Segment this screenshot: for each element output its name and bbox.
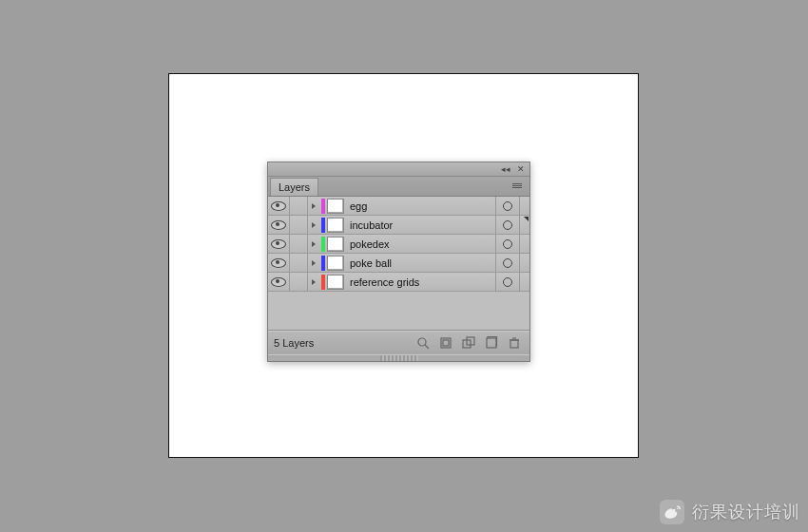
- selection-indicator[interactable]: [519, 235, 529, 253]
- layer-row[interactable]: pokedex: [268, 235, 529, 254]
- layer-row[interactable]: poke ball: [268, 254, 529, 273]
- lock-toggle[interactable]: [290, 216, 308, 234]
- locate-object-icon[interactable]: [415, 335, 431, 351]
- chevron-right-icon: [312, 222, 316, 228]
- expand-toggle[interactable]: [308, 254, 319, 272]
- panel-tab-bar: Layers: [268, 177, 529, 197]
- lock-toggle[interactable]: [290, 254, 308, 272]
- svg-point-0: [418, 338, 426, 346]
- svg-rect-3: [443, 340, 449, 346]
- close-icon[interactable]: ✕: [516, 165, 526, 173]
- layer-color-strip: [321, 256, 325, 271]
- chevron-right-icon: [312, 241, 316, 247]
- eye-icon: [271, 201, 286, 211]
- expand-toggle[interactable]: [308, 235, 319, 253]
- layer-thumbnail: [327, 237, 344, 252]
- svg-line-1: [425, 345, 429, 349]
- layer-row[interactable]: egg: [268, 197, 529, 216]
- layer-color-strip: [321, 275, 325, 290]
- panel-menu-icon[interactable]: [512, 180, 526, 191]
- layer-row[interactable]: incubator: [268, 216, 529, 235]
- watermark: 衍果设计培训: [660, 500, 800, 524]
- new-layer-icon[interactable]: [484, 335, 499, 351]
- layer-thumbnail: [327, 275, 344, 290]
- svg-rect-7: [510, 340, 518, 348]
- target-icon: [503, 239, 512, 249]
- layer-row[interactable]: reference grids: [268, 273, 529, 292]
- layer-name[interactable]: reference grids: [350, 276, 495, 288]
- visibility-toggle[interactable]: [268, 197, 290, 215]
- eye-icon: [271, 220, 286, 230]
- target-button[interactable]: [495, 273, 519, 291]
- chevron-right-icon: [312, 203, 316, 209]
- lock-toggle[interactable]: [290, 197, 308, 215]
- selection-indicator[interactable]: [519, 254, 529, 272]
- new-sublayer-icon[interactable]: [461, 335, 476, 351]
- target-icon: [503, 258, 512, 268]
- target-icon: [503, 201, 512, 211]
- lock-toggle[interactable]: [290, 273, 308, 291]
- panel-footer: 5 Layers: [268, 331, 529, 354]
- eye-icon: [271, 277, 286, 287]
- eye-icon: [271, 258, 286, 268]
- expand-toggle[interactable]: [308, 197, 319, 215]
- expand-toggle[interactable]: [308, 216, 319, 234]
- layer-name[interactable]: pokedex: [350, 238, 495, 250]
- layer-color-strip: [321, 218, 325, 233]
- selection-indicator[interactable]: [519, 216, 529, 234]
- delete-icon[interactable]: [507, 335, 522, 351]
- layer-name[interactable]: incubator: [350, 219, 495, 231]
- tab-label: Layers: [279, 181, 310, 193]
- layers-list: eggincubatorpokedexpoke ballreference gr…: [268, 197, 529, 331]
- visibility-toggle[interactable]: [268, 254, 290, 272]
- layer-color-strip: [321, 199, 325, 214]
- layer-thumbnail: [327, 256, 344, 271]
- layer-thumbnail: [327, 218, 344, 233]
- make-clipping-mask-icon[interactable]: [438, 335, 453, 351]
- selection-indicator[interactable]: [519, 273, 529, 291]
- target-button[interactable]: [495, 254, 519, 272]
- weibo-icon: [660, 500, 684, 524]
- layer-color-strip: [321, 237, 325, 252]
- panel-title-bar[interactable]: ◂◂ ✕: [268, 162, 529, 177]
- target-button[interactable]: [495, 197, 519, 215]
- layers-panel: ◂◂ ✕ Layers eggincubatorpokedexpoke ball…: [267, 162, 530, 362]
- target-icon: [503, 220, 512, 230]
- lock-toggle[interactable]: [290, 235, 308, 253]
- layer-name[interactable]: egg: [350, 200, 495, 212]
- visibility-toggle[interactable]: [268, 273, 290, 291]
- eye-icon: [271, 239, 286, 249]
- layers-count: 5 Layers: [272, 337, 415, 349]
- collapse-icon[interactable]: ◂◂: [501, 165, 510, 173]
- layer-thumbnail: [327, 199, 344, 214]
- tab-layers[interactable]: Layers: [270, 178, 318, 196]
- visibility-toggle[interactable]: [268, 235, 290, 253]
- target-icon: [503, 277, 512, 287]
- svg-rect-6: [487, 338, 496, 348]
- chevron-right-icon: [312, 260, 316, 266]
- chevron-right-icon: [312, 279, 316, 285]
- expand-toggle[interactable]: [308, 273, 319, 291]
- target-button[interactable]: [495, 216, 519, 234]
- target-button[interactable]: [495, 235, 519, 253]
- visibility-toggle[interactable]: [268, 216, 290, 234]
- resize-grip[interactable]: [380, 355, 418, 361]
- layer-name[interactable]: poke ball: [350, 257, 495, 269]
- selection-indicator[interactable]: [519, 197, 529, 215]
- watermark-text: 衍果设计培训: [692, 501, 800, 523]
